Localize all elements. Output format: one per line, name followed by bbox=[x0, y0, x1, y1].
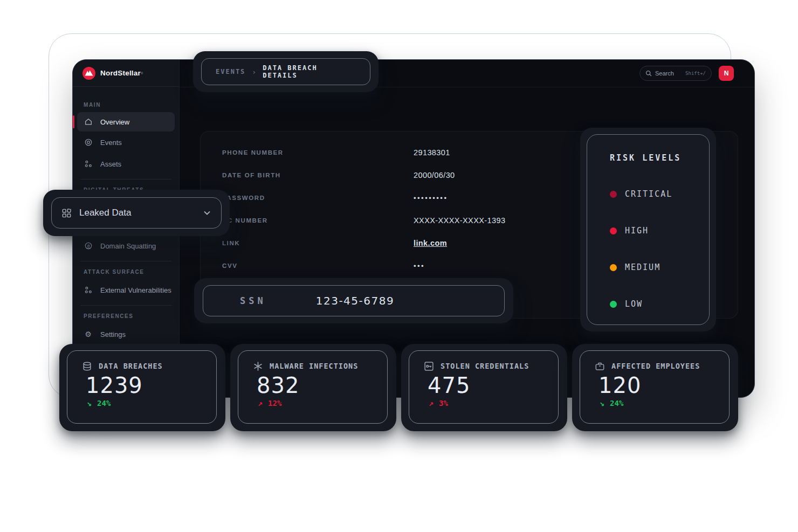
risk-label: LOW bbox=[625, 299, 643, 309]
high-dot-icon bbox=[610, 227, 617, 234]
gear-icon: ⚙ bbox=[84, 330, 93, 339]
stat-label: DATA BREACHES bbox=[99, 362, 163, 370]
logo[interactable]: NordStellar ® bbox=[73, 60, 179, 87]
field-label: DATE OF BIRTH bbox=[222, 172, 414, 178]
stat-card-stolen-credentials: STOLEN CREDENTIALS 475 ↗ 3% bbox=[401, 344, 567, 431]
chevron-right-icon: › bbox=[252, 68, 256, 76]
nav-section-preferences: PREFERENCES bbox=[84, 313, 179, 319]
trend-value: 3% bbox=[439, 399, 448, 407]
sidebar-item-label: Domain Squatting bbox=[100, 242, 156, 250]
breadcrumb-events[interactable]: EVENTS bbox=[216, 68, 245, 75]
field-value-link[interactable]: link.com bbox=[414, 239, 447, 247]
grid-icon bbox=[61, 208, 72, 218]
events-icon bbox=[84, 138, 93, 147]
stat-trend: ↗ 12% bbox=[258, 398, 387, 408]
sidebar-divider bbox=[80, 305, 171, 306]
database-icon bbox=[81, 361, 92, 371]
assets-icon bbox=[84, 160, 93, 169]
trend-value: 12% bbox=[268, 399, 281, 407]
stat-value: 1239 bbox=[86, 374, 216, 397]
stat-card-inner: DATA BREACHES 1239 ↘ 24% bbox=[67, 350, 217, 424]
nordstellar-logo-icon bbox=[82, 67, 95, 80]
field-value-masked: ••• bbox=[414, 262, 425, 270]
sidebar-item-label: Assets bbox=[100, 160, 121, 168]
home-icon bbox=[84, 118, 93, 127]
chevron-down-icon bbox=[203, 209, 211, 217]
stat-value: 120 bbox=[598, 374, 729, 397]
field-label: LINK bbox=[222, 240, 414, 246]
field-value: XXXX-XXXX-XXXX-1393 bbox=[414, 216, 505, 225]
stat-card-data-breaches: DATA BREACHES 1239 ↘ 24% bbox=[59, 344, 225, 431]
search-icon bbox=[645, 70, 652, 77]
nodes-icon bbox=[84, 286, 93, 295]
search-input[interactable]: Search Shift+/ bbox=[639, 66, 712, 81]
field-value: 2000/06/30 bbox=[414, 171, 455, 179]
risk-levels-title: RISK LEVELS bbox=[610, 153, 709, 163]
sidebar-divider bbox=[80, 261, 171, 261]
risk-item-high: HIGH bbox=[610, 212, 709, 249]
search-placeholder: Search bbox=[655, 70, 685, 77]
field-label: PASSWORD bbox=[222, 195, 414, 201]
trend-value: 24% bbox=[97, 399, 111, 407]
ssn-label: SSN bbox=[240, 295, 266, 306]
sidebar-item-events[interactable]: Events bbox=[73, 132, 179, 153]
risk-label: HIGH bbox=[625, 226, 649, 236]
stat-label: AFFECTED EMPLOYEES bbox=[611, 362, 700, 370]
sidebar-item-overview[interactable]: Overview bbox=[77, 112, 175, 132]
brand-name: NordStellar bbox=[100, 69, 141, 77]
svg-text:@: @ bbox=[87, 244, 90, 248]
sidebar-item-settings[interactable]: ⚙ Settings bbox=[73, 323, 179, 345]
search-shortcut: Shift+/ bbox=[685, 71, 706, 76]
stat-card-malware-infections: MALWARE INFECTIONS 832 ↗ 12% bbox=[230, 344, 396, 431]
stat-card-inner: STOLEN CREDENTIALS 475 ↗ 3% bbox=[409, 350, 559, 424]
breadcrumb: EVENTS › DATA BREACH DETAILS bbox=[201, 58, 370, 85]
risk-item-critical: CRITICAL bbox=[610, 176, 709, 212]
risk-label: CRITICAL bbox=[625, 189, 672, 199]
medium-dot-icon bbox=[610, 264, 617, 271]
nav-section-attack-surface: ATTACK SURFACE bbox=[84, 269, 179, 275]
sidebar-item-label: Events bbox=[100, 139, 122, 147]
risk-item-medium: MEDIUM bbox=[610, 249, 709, 286]
sidebar-item-label: Overview bbox=[100, 118, 129, 126]
stat-trend: ↘ 24% bbox=[600, 398, 729, 408]
leaked-data-callout[interactable]: Leaked Data bbox=[43, 190, 230, 236]
page: NordStellar ® MAIN Overview bbox=[0, 0, 798, 532]
ssn-value: 123-45-6789 bbox=[316, 294, 394, 307]
low-dot-icon bbox=[610, 301, 617, 308]
critical-dot-icon bbox=[610, 191, 617, 198]
sidebar-item-label: External Vulnerabilities bbox=[100, 286, 171, 294]
trend-down-icon: ↘ bbox=[600, 398, 604, 408]
sidebar-divider bbox=[80, 179, 171, 179]
field-label: CC NUMBER bbox=[222, 217, 414, 224]
stat-trend: ↘ 24% bbox=[87, 398, 216, 408]
risk-levels-panel: RISK LEVELS CRITICAL HIGH MEDIUM LOW bbox=[587, 134, 710, 325]
sidebar-item-domain-squatting[interactable]: @ Domain Squatting bbox=[73, 235, 179, 257]
credentials-icon bbox=[423, 361, 434, 371]
user-avatar[interactable]: N bbox=[719, 66, 734, 81]
nav-section-main: MAIN bbox=[84, 102, 179, 108]
sidebar-item-leaked-data[interactable]: Leaked Data bbox=[51, 197, 222, 229]
field-value: 29138301 bbox=[414, 148, 450, 157]
risk-label: MEDIUM bbox=[625, 262, 661, 272]
sidebar-item-external-vulnerabilities[interactable]: External Vulnerabilities bbox=[73, 279, 179, 301]
sidebar-item-assets[interactable]: Assets bbox=[73, 153, 179, 175]
asterisk-icon bbox=[252, 361, 263, 371]
stat-label: MALWARE INFECTIONS bbox=[270, 362, 358, 370]
sidebar-item-label: Settings bbox=[100, 330, 126, 338]
briefcase-icon bbox=[594, 361, 605, 371]
stat-card-inner: MALWARE INFECTIONS 832 ↗ 12% bbox=[238, 350, 388, 424]
stat-label: STOLEN CREDENTIALS bbox=[441, 362, 529, 370]
ssn-row: SSN 123-45-6789 bbox=[203, 285, 505, 316]
stat-card-inner: AFFECTED EMPLOYEES 120 ↘ 24% bbox=[580, 350, 730, 424]
ssn-callout: SSN 123-45-6789 bbox=[194, 278, 513, 323]
stat-trend: ↗ 3% bbox=[429, 398, 558, 408]
stat-card-affected-employees: AFFECTED EMPLOYEES 120 ↘ 24% bbox=[572, 344, 738, 431]
trend-up-icon: ↗ bbox=[258, 398, 263, 408]
leaked-data-label: Leaked Data bbox=[79, 208, 203, 218]
breadcrumb-current-page: DATA BREACH DETAILS bbox=[263, 64, 356, 79]
field-label: PHONE NUMBER bbox=[222, 149, 414, 156]
trend-up-icon: ↗ bbox=[429, 398, 434, 408]
risk-levels-callout: RISK LEVELS CRITICAL HIGH MEDIUM LOW bbox=[580, 128, 716, 331]
trend-value: 24% bbox=[610, 399, 623, 407]
field-label: CVV bbox=[222, 262, 414, 269]
